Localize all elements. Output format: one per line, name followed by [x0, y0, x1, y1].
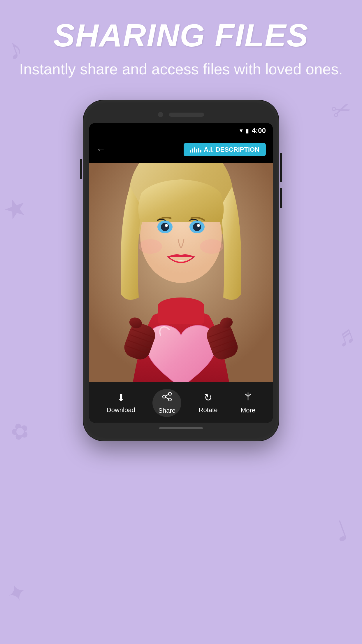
header-section: SHARING FILES Instantly share and access…	[0, 0, 362, 92]
svg-point-11	[139, 239, 162, 254]
ai-button-label: A.I. DESCRIPTION	[204, 146, 259, 153]
front-camera	[158, 112, 163, 117]
rotate-icon: ↻	[204, 392, 212, 403]
wifi-icon: ▾	[240, 127, 243, 134]
more-label: More	[241, 407, 255, 414]
phone-mockup: ▾ ▮ 4:00 ← A.I. DESCRIPTION	[0, 100, 362, 441]
status-bar: ▾ ▮ 4:00	[89, 123, 273, 138]
battery-icon: ▮	[246, 127, 249, 134]
svg-rect-3	[158, 306, 204, 324]
page-title: SHARING FILES	[15, 18, 347, 53]
svg-point-12	[200, 239, 223, 254]
phone-bottom-bar	[89, 423, 273, 432]
svg-point-25	[168, 392, 171, 395]
share-button[interactable]: Share	[152, 389, 181, 417]
phone-frame: ▾ ▮ 4:00 ← A.I. DESCRIPTION	[83, 100, 279, 441]
more-button[interactable]: More	[235, 389, 261, 416]
volume-down-button	[280, 188, 282, 208]
phone-screen: ▾ ▮ 4:00 ← A.I. DESCRIPTION	[89, 123, 273, 423]
svg-point-26	[163, 395, 166, 398]
svg-point-9	[165, 224, 168, 227]
earpiece	[169, 113, 204, 117]
rotate-label: Rotate	[199, 406, 218, 414]
share-icon	[162, 391, 172, 404]
download-button[interactable]: ⬇ Download	[101, 389, 141, 416]
rotate-button[interactable]: ↻ Rotate	[193, 389, 224, 416]
volume-button	[80, 159, 82, 179]
more-icon	[243, 391, 253, 404]
svg-point-8	[193, 223, 201, 231]
portrait-image	[89, 163, 273, 382]
ai-bars-icon	[190, 147, 201, 153]
ai-description-button[interactable]: A.I. DESCRIPTION	[184, 143, 266, 156]
photo-display	[89, 163, 273, 382]
power-button	[280, 153, 282, 182]
svg-point-27	[168, 398, 171, 401]
back-button[interactable]: ←	[96, 144, 106, 155]
page-subtitle: Instantly share and access files with lo…	[15, 59, 347, 80]
phone-notch	[89, 109, 273, 123]
bottom-toolbar: ⬇ Download Share	[89, 382, 273, 423]
svg-point-7	[161, 223, 169, 231]
app-topbar: ← A.I. DESCRIPTION	[89, 138, 273, 163]
share-label: Share	[158, 407, 175, 414]
svg-line-28	[166, 394, 168, 396]
download-icon: ⬇	[117, 392, 125, 403]
home-indicator[interactable]	[159, 427, 203, 429]
svg-point-10	[197, 224, 200, 227]
svg-line-29	[166, 397, 168, 399]
download-label: Download	[107, 406, 135, 414]
status-time: 4:00	[252, 127, 266, 135]
